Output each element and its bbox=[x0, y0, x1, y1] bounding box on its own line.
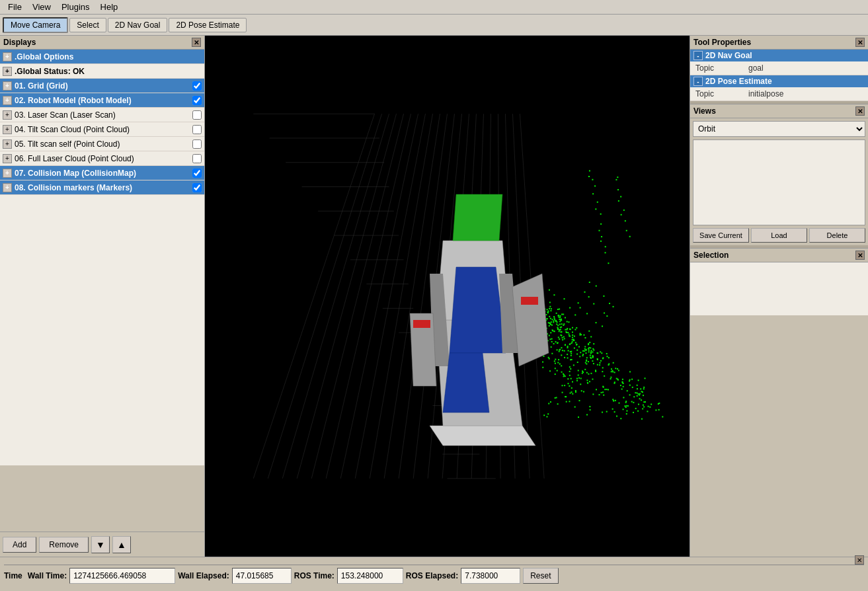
statusbar: Time ✕ Wall Time: Wall Elapsed: ROS Time… bbox=[0, 557, 868, 591]
display-checkbox-full-laser-cloud[interactable] bbox=[192, 154, 202, 163]
move-down-button[interactable]: ▼ bbox=[91, 536, 110, 553]
toolbar-move-camera[interactable]: Move Camera bbox=[3, 17, 68, 33]
expand-icon-grid[interactable]: + bbox=[3, 81, 12, 91]
expand-icon-collision-map[interactable]: + bbox=[3, 169, 12, 178]
views-viewport-area bbox=[693, 139, 865, 225]
display-label-robot-model: 02. Robot Model (Robot Model) bbox=[15, 96, 192, 105]
nav-goal-topic-row: Topic goal bbox=[690, 61, 868, 75]
display-item-tilt-scan-cloud[interactable]: + 04. Tilt Scan Cloud (Point Cloud) bbox=[0, 122, 204, 137]
load-view-button[interactable]: Load bbox=[751, 228, 807, 243]
display-item-robot-model[interactable]: + 02. Robot Model (Robot Model) bbox=[0, 93, 204, 108]
display-label-collision-map: 07. Collision Map (CollisionMap) bbox=[15, 169, 192, 178]
main-content: Displays ✕ + .Global Options + .Global S… bbox=[0, 36, 868, 557]
display-checkbox-laser-scan[interactable] bbox=[192, 110, 202, 120]
expand-icon-collision-markers[interactable]: + bbox=[3, 183, 12, 192]
displays-title: Displays bbox=[3, 38, 36, 47]
selection-panel-header: Selection ✕ bbox=[690, 249, 868, 262]
nav-goal-topic-value: goal bbox=[748, 63, 863, 73]
ros-time-label: ROS Time: bbox=[294, 571, 335, 580]
display-checkbox-robot-model[interactable] bbox=[192, 96, 202, 105]
display-checkbox-collision-markers[interactable] bbox=[192, 183, 202, 192]
display-item-collision-markers[interactable]: + 08. Collision markers (Markers) bbox=[0, 180, 204, 195]
remove-display-button[interactable]: Remove bbox=[39, 537, 89, 553]
display-item-global-options[interactable]: + .Global Options bbox=[0, 50, 204, 64]
toolbar-2d-nav-goal[interactable]: 2D Nav Goal bbox=[108, 18, 168, 32]
time-bar-row: Time ✕ Wall Time: Wall Elapsed: ROS Time… bbox=[4, 565, 864, 584]
toolbar-2d-pose-estimate[interactable]: 2D Pose Estimate bbox=[169, 18, 247, 32]
expand-icon-tilt-scan-cloud[interactable]: + bbox=[3, 125, 12, 134]
display-item-tilt-scan-self[interactable]: + 05. Tilt scan self (Point Cloud) bbox=[0, 137, 204, 151]
menu-plugins[interactable]: Plugins bbox=[56, 1, 95, 13]
right-panels: Tool Properties ✕ - 2D Nav Goal Topic go… bbox=[690, 36, 868, 557]
display-item-laser-scan[interactable]: + 03. Laser Scan (Laser Scan) bbox=[0, 108, 204, 122]
views-separator bbox=[690, 245, 868, 248]
views-panel-header: Views ✕ bbox=[690, 104, 868, 118]
display-checkbox-grid[interactable] bbox=[192, 81, 202, 91]
save-current-button[interactable]: Save Current bbox=[693, 228, 749, 243]
menu-file[interactable]: File bbox=[3, 1, 27, 13]
display-label-global-options: .Global Options bbox=[15, 52, 202, 61]
pose-estimate-topic-label: Topic bbox=[695, 89, 748, 98]
display-label-laser-scan: 03. Laser Scan (Laser Scan) bbox=[15, 110, 192, 120]
tool-properties-title: Tool Properties bbox=[693, 38, 751, 47]
ros-elapsed-input[interactable] bbox=[461, 568, 520, 584]
views-action-buttons: Save Current Load Delete bbox=[693, 228, 865, 243]
display-label-grid: 01. Grid (Grid) bbox=[15, 81, 192, 91]
2d-pose-estimate-label: 2D Pose Estimate bbox=[705, 77, 772, 86]
expand-icon-tilt-scan-self[interactable]: + bbox=[3, 139, 12, 149]
displays-empty-area bbox=[0, 465, 204, 532]
move-up-button[interactable]: ▲ bbox=[112, 536, 131, 553]
display-label-full-laser-cloud: 06. Full Laser Cloud (Point Cloud) bbox=[15, 154, 192, 163]
views-close[interactable]: ✕ bbox=[855, 106, 865, 116]
tool-properties-header: Tool Properties ✕ bbox=[690, 36, 868, 50]
views-content: Orbit Save Current Load Delete bbox=[690, 118, 868, 245]
display-label-tilt-scan-self: 05. Tilt scan self (Point Cloud) bbox=[15, 139, 192, 149]
expand-icon-pose-estimate[interactable]: - bbox=[693, 77, 703, 86]
toolbar-select[interactable]: Select bbox=[69, 18, 106, 32]
tool-properties-panel: Tool Properties ✕ - 2D Nav Goal Topic go… bbox=[690, 36, 868, 104]
views-panel: Views ✕ Orbit Save Current Load Delete bbox=[690, 104, 868, 249]
displays-panel: Displays ✕ + .Global Options + .Global S… bbox=[0, 36, 205, 557]
display-checkbox-collision-map[interactable] bbox=[192, 169, 202, 178]
expand-icon-full-laser-cloud[interactable]: + bbox=[3, 154, 12, 163]
display-item-full-laser-cloud[interactable]: + 06. Full Laser Cloud (Point Cloud) bbox=[0, 151, 204, 166]
time-close[interactable]: ✕ bbox=[855, 555, 864, 565]
2d-nav-goal-section[interactable]: - 2D Nav Goal bbox=[690, 50, 868, 61]
time-label: Time bbox=[4, 571, 22, 580]
views-type-select[interactable]: Orbit bbox=[693, 121, 865, 137]
views-title: Views bbox=[693, 106, 716, 116]
selection-close[interactable]: ✕ bbox=[855, 251, 865, 260]
expand-icon-global-options[interactable]: + bbox=[3, 52, 12, 61]
2d-pose-estimate-section[interactable]: - 2D Pose Estimate bbox=[690, 75, 868, 87]
wall-elapsed-input[interactable] bbox=[232, 568, 292, 584]
add-display-button[interactable]: Add bbox=[3, 537, 36, 553]
display-item-grid[interactable]: + 01. Grid (Grid) bbox=[0, 79, 204, 93]
display-checkbox-tilt-scan-cloud[interactable] bbox=[192, 125, 202, 134]
displays-close-button[interactable]: ✕ bbox=[192, 38, 201, 47]
expand-icon-laser-scan[interactable]: + bbox=[3, 110, 12, 120]
2d-nav-goal-label: 2D Nav Goal bbox=[705, 51, 752, 60]
delete-view-button[interactable]: Delete bbox=[809, 228, 865, 243]
scene-canvas bbox=[205, 36, 690, 557]
wall-time-input[interactable] bbox=[69, 568, 175, 584]
ros-time-input[interactable] bbox=[337, 568, 403, 584]
menubar: File View Plugins Help bbox=[0, 0, 868, 15]
displays-panel-header: Displays ✕ bbox=[0, 36, 204, 50]
display-label-collision-markers: 08. Collision markers (Markers) bbox=[15, 183, 192, 192]
displays-buttons-bar: Add Remove ▼ ▲ bbox=[0, 532, 204, 557]
display-item-collision-map[interactable]: + 07. Collision Map (CollisionMap) bbox=[0, 166, 204, 180]
expand-icon-nav-goal[interactable]: - bbox=[693, 51, 703, 60]
expand-icon-global-status[interactable]: + bbox=[3, 67, 12, 76]
display-label-tilt-scan-cloud: 04. Tilt Scan Cloud (Point Cloud) bbox=[15, 125, 192, 134]
expand-icon-robot-model[interactable]: + bbox=[3, 96, 12, 105]
display-item-global-status[interactable]: + .Global Status: OK bbox=[0, 64, 204, 79]
menu-view[interactable]: View bbox=[27, 1, 56, 13]
tool-properties-close[interactable]: ✕ bbox=[855, 38, 865, 47]
3d-viewport[interactable] bbox=[205, 36, 690, 557]
reset-button[interactable]: Reset bbox=[523, 568, 558, 584]
selection-content-area bbox=[690, 262, 868, 315]
nav-goal-topic-label: Topic bbox=[695, 63, 748, 73]
menu-help[interactable]: Help bbox=[95, 1, 124, 13]
display-checkbox-tilt-scan-self[interactable] bbox=[192, 139, 202, 149]
selection-panel: Selection ✕ bbox=[690, 249, 868, 557]
